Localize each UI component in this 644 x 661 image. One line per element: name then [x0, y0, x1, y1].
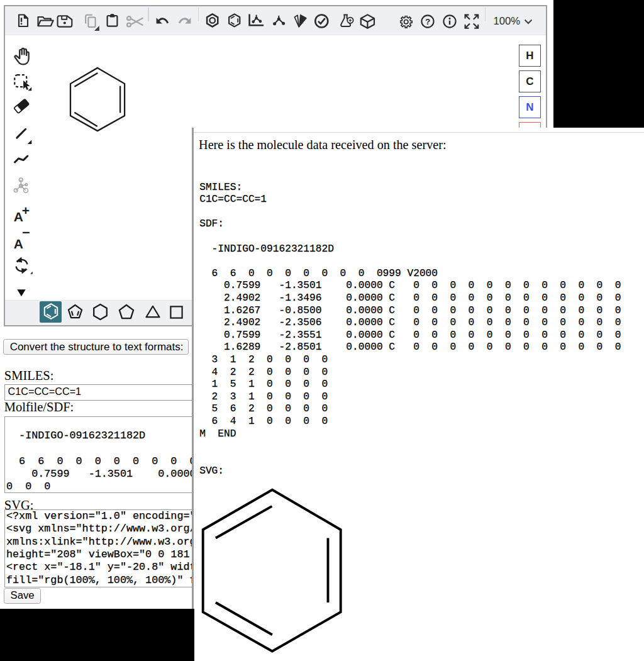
svg-text:?: ? — [425, 17, 430, 26]
